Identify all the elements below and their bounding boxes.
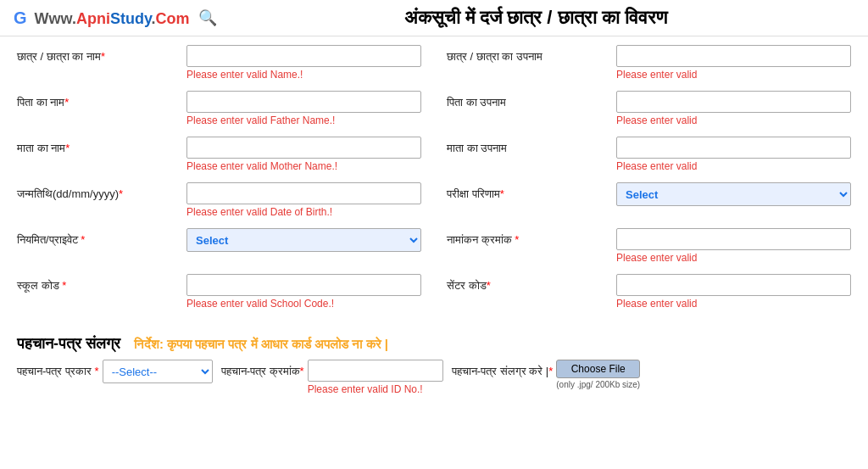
enrollment-number-field: Please enter valid xyxy=(616,228,851,264)
dob-row: जन्मतिथि(dd/mm/yyyy)* Please enter valid… xyxy=(17,182,421,223)
required-star: * xyxy=(101,50,105,63)
center-code-input[interactable] xyxy=(616,274,851,296)
school-code-label: स्कूल कोड * xyxy=(17,274,186,293)
id-attach-label: पहचान-पत्र संलग्र करे |* xyxy=(452,360,554,378)
father-surname-error: Please enter valid xyxy=(616,114,851,126)
search-icon[interactable]: 🔍 xyxy=(198,8,217,27)
required-star: * xyxy=(64,96,69,109)
mother-surname-row: माता का उपनाम Please enter valid xyxy=(447,137,851,177)
required-star: * xyxy=(487,279,491,292)
mother-surname-field: Please enter valid xyxy=(616,137,851,172)
file-hint: (only .jpg/ 200Kb size) xyxy=(556,380,640,389)
student-surname-label: छात्र / छात्रा का उपनाम xyxy=(447,45,616,64)
student-name-input[interactable] xyxy=(186,45,421,67)
mother-name-error: Please enter valid Mother Name.! xyxy=(186,160,421,172)
form-container: छात्र / छात्रा का नाम* Please enter vali… xyxy=(0,36,868,404)
dob-error: Please enter valid Date of Birth.! xyxy=(186,206,421,218)
regular-private-select[interactable]: Select नियमित प्राइवेट xyxy=(186,228,421,252)
regular-private-row: नियमित/प्राइवेट * Select नियमित प्राइवेट xyxy=(17,228,421,269)
center-code-label: सेंटर कोड* xyxy=(447,274,616,293)
exam-result-row: परीक्षा परिणाम* Select उत्तीर्ण अनुत्तीर… xyxy=(447,182,851,223)
required-star: * xyxy=(300,365,304,377)
father-name-error: Please enter valid Father Name.! xyxy=(186,114,421,126)
id-number-field: पहचान-पत्र क्रमांक* Please enter valid I… xyxy=(221,360,443,395)
father-name-input[interactable] xyxy=(186,91,421,113)
student-surname-error: Please enter valid xyxy=(616,69,851,81)
mother-surname-error: Please enter valid xyxy=(616,160,851,172)
id-number-input[interactable] xyxy=(308,360,443,382)
mother-surname-input[interactable] xyxy=(616,137,851,159)
father-name-label: पिता का नाम* xyxy=(17,91,186,109)
student-surname-input[interactable] xyxy=(616,45,851,67)
mother-name-field: Please enter valid Mother Name.! xyxy=(186,137,421,172)
school-code-field: Please enter valid School Code.! xyxy=(186,274,421,310)
form-grid: छात्र / छात्रा का नाम* Please enter vali… xyxy=(17,45,851,320)
id-type-label: पहचान-पत्र प्रकार * xyxy=(17,360,99,378)
id-type-input-wrap: --Select-- आधार कार्ड पैन कार्ड xyxy=(103,360,213,383)
required-star: * xyxy=(515,233,519,246)
father-name-field: Please enter valid Father Name.! xyxy=(186,91,421,126)
exam-result-label: परीक्षा परिणाम* xyxy=(447,182,616,201)
exam-result-field: Select उत्तीर्ण अनुत्तीर्ण xyxy=(616,182,851,206)
enrollment-number-error: Please enter valid xyxy=(616,252,851,264)
enrollment-number-label: नामांकन क्रमांक * xyxy=(447,228,616,247)
logo-apni: Apni xyxy=(76,10,110,27)
logo-com: Com xyxy=(156,10,190,27)
logo-g-letter: G xyxy=(14,8,27,27)
dob-field: Please enter valid Date of Birth.! xyxy=(186,182,421,218)
father-surname-field: Please enter valid xyxy=(616,91,851,126)
dob-input[interactable] xyxy=(186,182,421,204)
identity-row: पहचान-पत्र प्रकार * --Select-- आधार कार्… xyxy=(17,360,851,395)
father-name-row: पिता का नाम* Please enter valid Father N… xyxy=(17,91,421,131)
center-code-error: Please enter valid xyxy=(616,298,851,310)
student-surname-row: छात्र / छात्रा का उपनाम Please enter val… xyxy=(447,45,851,86)
exam-result-select[interactable]: Select उत्तीर्ण अनुत्तीर्ण xyxy=(616,182,851,206)
father-surname-label: पिता का उपनाम xyxy=(447,91,616,109)
page-title: अंकसूची में दर्ज छात्र / छात्रा का विवरण xyxy=(217,7,854,29)
choose-file-button[interactable]: Choose File xyxy=(556,360,640,378)
mother-name-label: माता का नाम* xyxy=(17,137,186,155)
id-number-label: पहचान-पत्र क्रमांक* xyxy=(221,360,304,378)
id-attach-field: पहचान-पत्र संलग्र करे |* Choose File (on… xyxy=(452,360,641,389)
mother-name-row: माता का नाम* Please enter valid Mother N… xyxy=(17,137,421,177)
required-star: * xyxy=(65,142,70,154)
dob-label: जन्मतिथि(dd/mm/yyyy)* xyxy=(17,182,186,201)
id-type-field: पहचान-पत्र प्रकार * --Select-- आधार कार्… xyxy=(17,360,213,383)
student-name-field: Please enter valid Name.! xyxy=(186,45,421,81)
required-star: * xyxy=(548,365,553,377)
right-column: छात्र / छात्रा का उपनाम Please enter val… xyxy=(447,45,851,320)
left-column: छात्र / छात्रा का नाम* Please enter vali… xyxy=(17,45,421,320)
id-number-input-wrap: Please enter valid ID No.! xyxy=(308,360,443,395)
regular-private-field: Select नियमित प्राइवेट xyxy=(186,228,421,252)
logo-www: Www. xyxy=(35,10,76,27)
required-star: * xyxy=(62,279,66,292)
required-star: * xyxy=(92,365,99,377)
id-attach-input-wrap: Choose File (only .jpg/ 200Kb size) xyxy=(556,360,640,389)
father-surname-input[interactable] xyxy=(616,91,851,113)
father-surname-row: पिता का उपनाम Please enter valid xyxy=(447,91,851,131)
id-number-error: Please enter valid ID No.! xyxy=(308,383,443,395)
id-type-select[interactable]: --Select-- आधार कार्ड पैन कार्ड xyxy=(103,360,213,383)
school-code-row: स्कूल कोड * Please enter valid School Co… xyxy=(17,274,421,315)
identity-section-title: पहचान-पत्र संलग्र xyxy=(17,335,120,353)
center-code-row: सेंटर कोड* Please enter valid xyxy=(447,274,851,315)
mother-surname-label: माता का उपनाम xyxy=(447,137,616,155)
logo-study: Study xyxy=(110,10,152,27)
logo: G Www.ApniStudy.Com xyxy=(14,8,190,28)
required-star: * xyxy=(500,187,504,200)
school-code-input[interactable] xyxy=(186,274,421,296)
student-name-row: छात्र / छात्रा का नाम* Please enter vali… xyxy=(17,45,421,86)
header: G Www.ApniStudy.Com 🔍 अंकसूची में दर्ज छ… xyxy=(0,0,868,36)
center-code-field: Please enter valid xyxy=(616,274,851,310)
student-name-error: Please enter valid Name.! xyxy=(186,69,421,81)
student-name-label: छात्र / छात्रा का नाम* xyxy=(17,45,186,64)
identity-section-instruction: निर्देश: कृपया पहचान पत्र में आधार कार्ड… xyxy=(134,337,388,352)
mother-name-input[interactable] xyxy=(186,137,421,159)
required-star: * xyxy=(81,233,85,246)
regular-private-label: नियमित/प्राइवेट * xyxy=(17,228,186,247)
identity-section-header: पहचान-पत्र संलग्र निर्देश: कृपया पहचान प… xyxy=(17,328,851,356)
enrollment-number-input[interactable] xyxy=(616,228,851,250)
school-code-error: Please enter valid School Code.! xyxy=(186,298,421,310)
enrollment-number-row: नामांकन क्रमांक * Please enter valid xyxy=(447,228,851,269)
student-surname-field: Please enter valid xyxy=(616,45,851,81)
